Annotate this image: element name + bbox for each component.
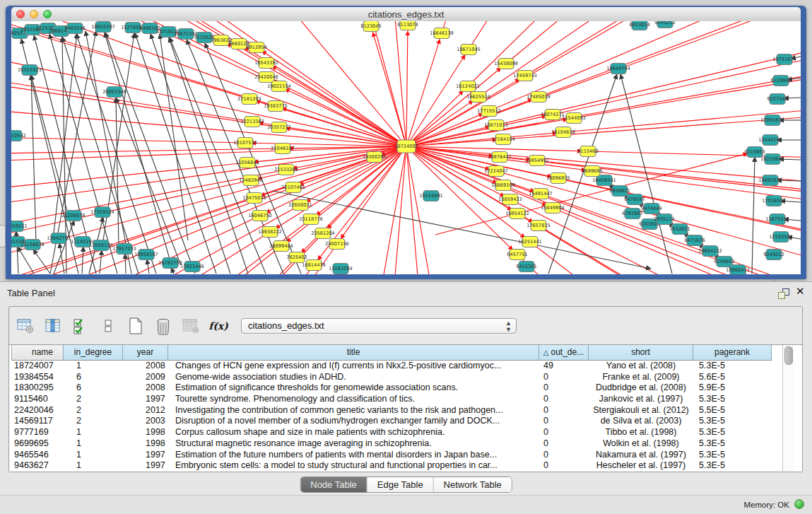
graph-node-teal[interactable]: 12103504	[769, 232, 793, 243]
graph-node-yellow[interactable]: 9115460	[577, 146, 598, 157]
graph-node-yellow[interactable]: 18671045	[457, 45, 481, 55]
graph-node-yellow[interactable]: 12213363	[240, 117, 264, 127]
table-row[interactable]: 969969511998Structural magnetic resonanc…	[11, 438, 802, 450]
graph-node-yellow[interactable]: 8123045	[360, 21, 381, 32]
graph-node-teal[interactable]: 9415301	[516, 262, 536, 272]
graph-node-teal[interactable]: 15692971	[758, 175, 782, 186]
graph-node-yellow[interactable]: 15859423	[498, 194, 522, 205]
graph-node-teal[interactable]: 10958187	[134, 250, 158, 260]
graph-node-teal[interactable]: 15751074	[772, 54, 796, 65]
graph-node-yellow[interactable]: 22107465	[281, 182, 305, 193]
graph-node-yellow[interactable]: 16976447	[488, 152, 512, 163]
table-row[interactable]: 946554611997Estimation of the future num…	[11, 450, 802, 461]
graph-node-yellow[interactable]: 16124021	[456, 81, 480, 92]
graph-node-yellow[interactable]: 16646139	[430, 28, 454, 39]
graph-node-teal[interactable]: 12093872	[760, 115, 784, 126]
new-table-icon[interactable]	[126, 317, 145, 335]
graph-node-teal[interactable]: 9474444	[641, 204, 661, 214]
graph-node-yellow[interactable]: 16914479	[302, 260, 326, 271]
graph-node-yellow[interactable]: 17459743	[513, 71, 537, 81]
graph-node-hub[interactable]: 18724007	[394, 140, 418, 153]
float-window-icon[interactable]	[778, 288, 789, 298]
graph-node-teal[interactable]: 12923446	[180, 262, 204, 272]
graph-node-teal[interactable]: 9227342	[767, 94, 787, 105]
vertical-scrollbar[interactable]	[782, 345, 794, 471]
graph-node-yellow[interactable]: 17657815	[526, 221, 551, 231]
graph-node-yellow[interactable]: 22650031	[288, 200, 312, 211]
graph-node-teal[interactable]: 19154091	[419, 191, 443, 201]
graph-node-teal[interactable]: 16210643	[760, 154, 784, 165]
graph-node-teal[interactable]: 20310542	[11, 131, 26, 141]
graph-node-yellow[interactable]: 8912954	[246, 42, 266, 53]
graph-node-yellow[interactable]: 10107534	[233, 138, 257, 148]
table-row[interactable]: 2242004622012Investigating the contribut…	[11, 405, 802, 416]
window-titlebar[interactable]: citations_edges.txt	[11, 7, 801, 22]
graph-node-teal[interactable]: 17016504	[762, 196, 786, 206]
graph-node-yellow[interactable]: 24007156	[325, 239, 349, 250]
graph-node-yellow[interactable]: 15491447	[529, 189, 553, 199]
graph-node-teal[interactable]: 8958921	[609, 186, 630, 197]
graph-node-teal[interactable]: 10654112	[698, 246, 722, 257]
function-builder-icon[interactable]: f(x)	[209, 317, 228, 335]
graph-node-teal[interactable]: 20315023	[18, 65, 42, 76]
graph-node-teal[interactable]: 6791907	[622, 209, 642, 219]
column-checkbox-icon[interactable]	[71, 317, 90, 335]
graph-node-teal[interactable]: 8471676	[684, 235, 705, 246]
graph-node-yellow[interactable]: 16104616	[551, 127, 575, 138]
graph-node-yellow[interactable]: 21533269	[274, 165, 298, 175]
graph-node-yellow[interactable]: 20357213	[267, 122, 291, 133]
graph-node-teal[interactable]: 13163204	[329, 264, 353, 274]
column-header-out_de[interactable]: △out_de...	[539, 345, 589, 361]
graph-node-teal[interactable]: 10655287	[91, 22, 115, 33]
tab-edge-table[interactable]: Edge Table	[367, 477, 434, 492]
graph-node-teal[interactable]: 9245212	[654, 21, 675, 28]
table-options-icon[interactable]	[16, 317, 35, 335]
table-selector-dropdown[interactable]: citations_edges.txt ▲▼	[241, 318, 517, 334]
table-row[interactable]: 946362711997Embryonic stem cells: a mode…	[11, 460, 802, 472]
graph-node-yellow[interactable]: 9457751	[507, 250, 527, 260]
graph-node-teal[interactable]: 12444194	[758, 135, 782, 146]
column-header-year[interactable]: year	[123, 345, 168, 361]
graph-node-teal[interactable]: 9465546	[64, 23, 85, 34]
collapsed-panel-tab[interactable]	[0, 225, 6, 247]
column-header-title[interactable]: title	[168, 345, 539, 361]
graph-node-yellow[interactable]: 16074271	[541, 110, 565, 120]
table-row[interactable]: 1938455462009Genome-wide association stu…	[11, 372, 802, 383]
graph-node-teal[interactable]: 11675313	[765, 214, 789, 225]
graph-node-teal[interactable]: 8215953	[744, 147, 765, 158]
row-boxes-icon[interactable]	[99, 317, 117, 335]
graph-node-teal[interactable]: 2935114	[654, 214, 674, 225]
graph-node-yellow[interactable]: 8113074	[397, 21, 418, 30]
graph-node-yellow[interactable]: 11544093	[562, 113, 586, 124]
column-header-pagerank[interactable]: pagerank	[693, 345, 772, 361]
graph-node-yellow[interactable]: 16954122	[505, 209, 529, 219]
graph-node-yellow[interactable]: 21046187	[271, 144, 295, 154]
graph-node-teal[interactable]: 7632621	[669, 224, 690, 235]
graph-node-teal[interactable]: 17359324	[90, 207, 114, 218]
delete-rows-trash-icon[interactable]	[154, 317, 172, 335]
memory-status-indicator[interactable]	[794, 499, 804, 509]
graph-node-yellow[interactable]: 17164104	[491, 134, 515, 145]
graph-node-yellow[interactable]: 9699695	[582, 166, 602, 177]
select-columns-icon[interactable]	[44, 317, 62, 335]
tab-network-table[interactable]: Network Table	[434, 477, 512, 492]
table-row[interactable]: 1456911722003Disruption of a novel membe…	[11, 416, 802, 427]
table-row[interactable]: 911546021997Tourette syndrome. Phenomeno…	[11, 394, 802, 405]
citation-network-graph[interactable]: 2405572420315062112530762069140694655461…	[11, 21, 801, 274]
column-header-in_degree[interactable]: in_degree	[64, 345, 123, 361]
graph-node-yellow[interactable]: 23561204	[311, 228, 335, 239]
close-icon[interactable]: ✕	[796, 285, 805, 298]
graph-node-yellow[interactable]: 16099484	[269, 241, 293, 252]
graph-node-teal[interactable]: 6479197	[624, 194, 645, 205]
graph-node-yellow[interactable]: 7625402	[286, 252, 307, 263]
column-header-short[interactable]: short	[589, 345, 693, 361]
graph-node-teal[interactable]: 9245012	[763, 250, 784, 260]
table-row[interactable]: 1872400712008Changes of HCN gene express…	[11, 361, 802, 372]
graph-node-yellow[interactable]: 12482945	[239, 175, 263, 186]
table-row[interactable]: 1830029562008Estimation of significance …	[11, 382, 802, 394]
column-header-name[interactable]: name	[11, 345, 64, 361]
graph-node-teal[interactable]: 8813014	[629, 21, 649, 30]
tab-node-table[interactable]: Node Table	[300, 477, 367, 492]
network-canvas[interactable]: 2405572420315062112530762069140694655461…	[11, 21, 801, 274]
table-row[interactable]: 977716911998Corpus callosum shape and si…	[11, 427, 802, 438]
